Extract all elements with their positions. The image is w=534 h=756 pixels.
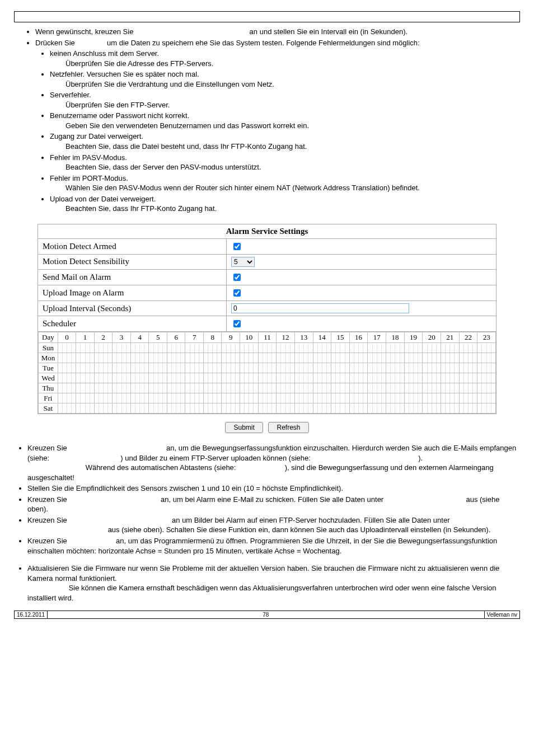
sched-cell[interactable]	[113, 353, 131, 363]
sched-cell[interactable]	[258, 403, 277, 414]
sched-cell[interactable]	[386, 343, 405, 353]
sched-cell[interactable]	[258, 353, 277, 363]
sched-cell[interactable]	[58, 343, 76, 353]
sched-cell[interactable]	[240, 363, 258, 373]
sensibility-select[interactable]: 5	[231, 257, 255, 267]
sched-cell[interactable]	[459, 393, 477, 403]
send-mail-checkbox[interactable]	[233, 274, 241, 281]
sched-cell[interactable]	[477, 373, 496, 383]
sched-cell[interactable]	[149, 373, 167, 383]
sched-cell[interactable]	[459, 383, 477, 393]
sched-cell[interactable]	[185, 383, 204, 393]
sched-cell[interactable]	[349, 383, 368, 393]
upload-interval-input[interactable]	[231, 303, 409, 313]
sched-cell[interactable]	[113, 403, 131, 414]
sched-cell[interactable]	[404, 353, 423, 363]
sched-cell[interactable]	[76, 403, 95, 414]
sched-cell[interactable]	[240, 393, 258, 403]
sched-cell[interactable]	[331, 383, 350, 393]
scheduler-checkbox[interactable]	[233, 320, 241, 327]
sched-cell[interactable]	[222, 383, 240, 393]
sched-cell[interactable]	[222, 373, 240, 383]
sched-cell[interactable]	[459, 403, 477, 414]
sched-cell[interactable]	[313, 383, 331, 393]
sched-cell[interactable]	[368, 383, 386, 393]
sched-cell[interactable]	[149, 393, 167, 403]
sched-cell[interactable]	[477, 393, 496, 403]
sched-cell[interactable]	[203, 373, 222, 383]
sched-cell[interactable]	[277, 363, 295, 373]
sched-cell[interactable]	[441, 353, 460, 363]
sched-cell[interactable]	[130, 373, 149, 383]
sched-cell[interactable]	[58, 373, 76, 383]
sched-cell[interactable]	[167, 383, 185, 393]
sched-cell[interactable]	[76, 393, 95, 403]
sched-cell[interactable]	[167, 343, 185, 353]
sched-cell[interactable]	[185, 373, 204, 383]
sched-cell[interactable]	[404, 383, 423, 393]
sched-cell[interactable]	[149, 383, 167, 393]
sched-cell[interactable]	[294, 343, 313, 353]
refresh-button[interactable]: Refresh	[268, 422, 308, 433]
sched-cell[interactable]	[149, 403, 167, 414]
sched-cell[interactable]	[185, 403, 204, 414]
sched-cell[interactable]	[404, 343, 423, 353]
sched-cell[interactable]	[76, 343, 95, 353]
sched-cell[interactable]	[94, 343, 113, 353]
sched-cell[interactable]	[331, 393, 350, 403]
sched-cell[interactable]	[167, 363, 185, 373]
sched-cell[interactable]	[58, 363, 76, 373]
sched-cell[interactable]	[331, 363, 350, 373]
sched-cell[interactable]	[331, 373, 350, 383]
sched-cell[interactable]	[149, 353, 167, 363]
sched-cell[interactable]	[277, 403, 295, 414]
sched-cell[interactable]	[294, 373, 313, 383]
sched-cell[interactable]	[441, 393, 460, 403]
sched-cell[interactable]	[423, 353, 441, 363]
sched-cell[interactable]	[386, 403, 405, 414]
sched-cell[interactable]	[441, 403, 460, 414]
sched-cell[interactable]	[423, 403, 441, 414]
sched-cell[interactable]	[349, 353, 368, 363]
sched-cell[interactable]	[441, 363, 460, 373]
sched-cell[interactable]	[113, 363, 131, 373]
sched-cell[interactable]	[404, 363, 423, 373]
sched-cell[interactable]	[222, 363, 240, 373]
sched-cell[interactable]	[94, 403, 113, 414]
sched-cell[interactable]	[76, 363, 95, 373]
sched-cell[interactable]	[203, 363, 222, 373]
sched-cell[interactable]	[294, 393, 313, 403]
sched-cell[interactable]	[441, 383, 460, 393]
submit-button[interactable]: Submit	[225, 422, 263, 433]
sched-cell[interactable]	[349, 373, 368, 383]
sched-cell[interactable]	[222, 403, 240, 414]
sched-cell[interactable]	[185, 343, 204, 353]
sched-cell[interactable]	[203, 353, 222, 363]
sched-cell[interactable]	[167, 393, 185, 403]
sched-cell[interactable]	[313, 353, 331, 363]
sched-cell[interactable]	[404, 393, 423, 403]
sched-cell[interactable]	[258, 363, 277, 373]
sched-cell[interactable]	[76, 353, 95, 363]
sched-cell[interactable]	[94, 393, 113, 403]
sched-cell[interactable]	[167, 403, 185, 414]
sched-cell[interactable]	[368, 393, 386, 403]
sched-cell[interactable]	[313, 373, 331, 383]
sched-cell[interactable]	[58, 383, 76, 393]
sched-cell[interactable]	[130, 383, 149, 393]
sched-cell[interactable]	[167, 353, 185, 363]
sched-cell[interactable]	[222, 393, 240, 403]
sched-cell[interactable]	[76, 383, 95, 393]
sched-cell[interactable]	[386, 363, 405, 373]
sched-cell[interactable]	[313, 363, 331, 373]
sched-cell[interactable]	[240, 373, 258, 383]
sched-cell[interactable]	[313, 393, 331, 403]
sched-cell[interactable]	[349, 363, 368, 373]
sched-cell[interactable]	[94, 373, 113, 383]
sched-cell[interactable]	[258, 393, 277, 403]
sched-cell[interactable]	[477, 383, 496, 393]
sched-cell[interactable]	[203, 393, 222, 403]
sched-cell[interactable]	[331, 343, 350, 353]
sched-cell[interactable]	[349, 343, 368, 353]
sched-cell[interactable]	[240, 403, 258, 414]
